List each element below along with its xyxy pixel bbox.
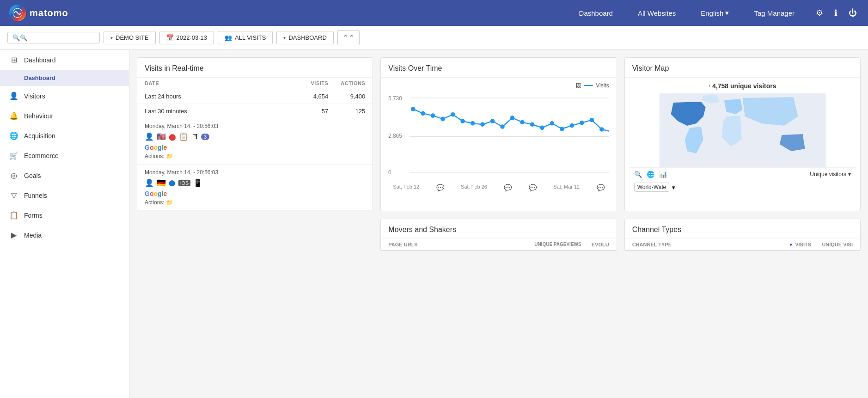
svg-point-13 bbox=[471, 121, 475, 126]
nav-tag-manager[interactable]: Tag Manager bbox=[748, 6, 800, 21]
demo-site-button[interactable]: ▾ DEMO SITE bbox=[104, 31, 156, 44]
svg-point-12 bbox=[461, 119, 465, 123]
row-actions-1: 9,400 bbox=[328, 93, 365, 100]
sidebar-item-ecommerce[interactable]: 🛒 Ecommerce bbox=[0, 146, 129, 165]
media-icon: ▶ bbox=[9, 231, 18, 239]
nav-all-websites[interactable]: All Websites bbox=[632, 6, 681, 21]
widget-movers: Movers and Shakers PAGE URLS UNIQUE PAGE… bbox=[380, 219, 617, 251]
zoom-in-icon[interactable]: 🔍 bbox=[634, 171, 642, 178]
logo[interactable]: matomo bbox=[9, 5, 68, 21]
svg-point-21 bbox=[550, 121, 555, 126]
demo-site-arrow: ▾ bbox=[110, 35, 113, 40]
settings-icon[interactable]: ⚙ bbox=[814, 6, 825, 20]
channel-col-unique: UNIQUE VISI bbox=[811, 242, 853, 247]
visit-icons-2: 👤 🇩🇪 ⬤ iOS 📱 bbox=[145, 178, 365, 187]
dashboard-button[interactable]: ▾ DASHBOARD bbox=[276, 31, 333, 44]
toolbar: 🔍 ▾ DEMO SITE 📅 2022-03-13 👥 ALL VISITS … bbox=[0, 26, 868, 50]
movers-col-pv: UNIQUE PAGEVIEWS bbox=[526, 242, 581, 247]
content-area: Visits in Real-time DATE VISITS ACTIONS … bbox=[129, 50, 868, 398]
sidebar-item-media[interactable]: ▶ Media bbox=[0, 225, 129, 245]
svg-point-10 bbox=[441, 117, 446, 122]
flag-us-icon: 🇺🇸 bbox=[157, 132, 166, 141]
svg-point-22 bbox=[560, 127, 564, 131]
svg-point-14 bbox=[481, 122, 485, 127]
realtime-table: DATE VISITS ACTIONS Last 24 hours 4,654 … bbox=[137, 78, 373, 118]
channel-types-title: Channel Types bbox=[632, 226, 853, 234]
forms-icon: 📋 bbox=[9, 211, 18, 220]
sidebar-item-funnels[interactable]: ▽ Funnels bbox=[0, 185, 129, 205]
visitors-dropdown[interactable]: Unique visitors ▾ bbox=[810, 171, 851, 178]
visit-count-badge: 3 bbox=[201, 134, 209, 140]
bar-chart-icon[interactable]: 📊 bbox=[659, 171, 667, 178]
svg-text:0: 0 bbox=[388, 169, 391, 176]
visit-icons-1: 👤 🇺🇸 ⬤ 📋 🖥 3 bbox=[145, 132, 365, 141]
map-svg bbox=[630, 93, 856, 167]
nav-language[interactable]: English ▾ bbox=[695, 5, 734, 21]
table-row: Last 24 hours 4,654 9,400 bbox=[137, 89, 373, 104]
visitor-map-title: Visitor Map bbox=[632, 64, 853, 73]
region-selector: World-Wide ▾ bbox=[630, 181, 856, 194]
acquisition-icon: 🌐 bbox=[9, 131, 18, 140]
row-visits-1: 4,654 bbox=[296, 93, 328, 100]
movers-title: Movers and Shakers bbox=[388, 226, 609, 234]
nav-icons: ⚙ ℹ ⏻ bbox=[814, 6, 859, 20]
google-logo-2: Google bbox=[145, 190, 167, 197]
realtime-title: Visits in Real-time bbox=[145, 64, 365, 73]
globe-icon[interactable]: 🌐 bbox=[647, 171, 654, 178]
actions-label-1: Actions: bbox=[145, 153, 165, 159]
sidebar-item-forms[interactable]: 📋 Forms bbox=[0, 205, 129, 225]
sidebar-item-label: Funnels bbox=[24, 192, 47, 199]
dashboard-icon: ⊞ bbox=[9, 55, 18, 64]
google-logo: Google bbox=[145, 144, 167, 151]
sidebar-item-dashboard[interactable]: ⊞ Dashboard bbox=[0, 50, 129, 70]
sidebar-item-behaviour[interactable]: 🔔 Behaviour bbox=[0, 106, 129, 126]
dashboard-arrow: ▾ bbox=[283, 35, 286, 40]
sort-arrow-icon: ▼ bbox=[789, 242, 793, 247]
col-actions: ACTIONS bbox=[328, 80, 365, 86]
svg-point-7 bbox=[411, 107, 416, 111]
svg-point-26 bbox=[599, 127, 604, 132]
sidebar-sub-item-dashboard[interactable]: Dashboard bbox=[0, 70, 129, 86]
x-label-3: Sat, Mar 12 bbox=[553, 184, 580, 191]
svg-text:5,730: 5,730 bbox=[388, 95, 402, 102]
info-icon[interactable]: ℹ bbox=[832, 6, 839, 20]
table-row: Last 30 minutes 57 125 bbox=[137, 104, 373, 118]
sidebar-item-goals[interactable]: ◎ Goals bbox=[0, 165, 129, 185]
dropdown-arrow: ▾ bbox=[848, 171, 851, 178]
visitor-icon-2: 👤 bbox=[145, 178, 154, 187]
legend-label: Visits bbox=[596, 82, 609, 89]
visitor-icon: 👤 bbox=[145, 132, 154, 141]
world-map bbox=[630, 93, 856, 167]
actions-folder-icon: 📁 bbox=[166, 153, 173, 159]
widgets-grid: Visits in Real-time DATE VISITS ACTIONS … bbox=[137, 57, 861, 251]
top-navigation: matomo Dashboard All Websites English ▾ … bbox=[0, 0, 868, 26]
visits-over-time-header: Visits Over Time bbox=[381, 58, 616, 78]
nav-dashboard[interactable]: Dashboard bbox=[574, 6, 618, 21]
app-icon: 📋 bbox=[179, 132, 188, 141]
sidebar-item-label: Goals bbox=[24, 172, 41, 179]
sidebar-item-visitors[interactable]: 👤 Visitors bbox=[0, 86, 129, 106]
row-date-2: Last 30 minutes bbox=[145, 108, 296, 115]
logout-icon[interactable]: ⏻ bbox=[847, 6, 859, 20]
svg-point-23 bbox=[570, 123, 575, 128]
movers-body: PAGE URLS UNIQUE PAGEVIEWS EVOLU bbox=[381, 239, 616, 251]
search-input[interactable] bbox=[20, 34, 95, 41]
browser-icon: ⬤ bbox=[169, 133, 176, 141]
visits-over-time-body: 🖼 Visits 5,730 2,865 0 bbox=[381, 78, 616, 194]
col-visits: VISITS bbox=[296, 80, 328, 86]
collapse-button[interactable]: ⌃⌃ bbox=[337, 30, 360, 45]
search-box[interactable]: 🔍 bbox=[7, 32, 100, 43]
date-button[interactable]: 📅 2022-03-13 bbox=[159, 31, 214, 44]
widget-realtime: Visits in Real-time DATE VISITS ACTIONS … bbox=[137, 57, 373, 211]
sidebar-item-acquisition[interactable]: 🌐 Acquisition bbox=[0, 126, 129, 146]
all-visits-button[interactable]: 👥 ALL VISITS bbox=[218, 31, 273, 44]
sidebar-item-label: Dashboard bbox=[24, 56, 56, 64]
actions-label-2: Actions: bbox=[145, 199, 165, 206]
visit-actions-2: Actions: 📁 bbox=[145, 199, 365, 206]
safari-icon: ⬤ bbox=[169, 179, 176, 186]
svg-point-9 bbox=[431, 113, 435, 118]
svg-point-8 bbox=[421, 111, 426, 116]
region-label[interactable]: World-Wide bbox=[634, 183, 669, 192]
visit-actions-1: Actions: 📁 bbox=[145, 153, 365, 159]
realtime-body: DATE VISITS ACTIONS Last 24 hours 4,654 … bbox=[137, 78, 373, 211]
